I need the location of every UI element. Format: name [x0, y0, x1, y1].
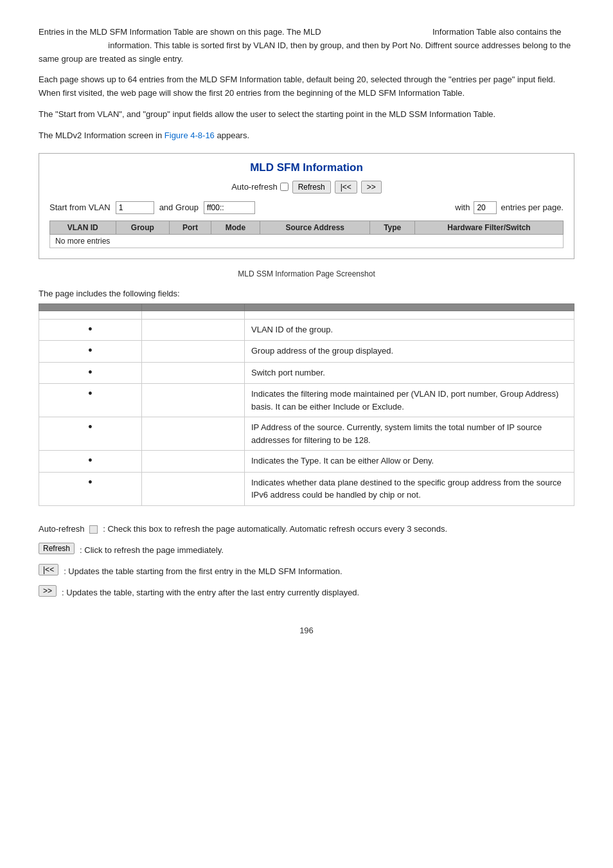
field-desc-cell: Indicates the filtering mode maintained …: [245, 384, 574, 417]
auto-refresh-checkbox[interactable]: [280, 183, 289, 191]
legend-section: Auto-refresh : Check this box to refresh…: [39, 521, 574, 600]
refresh-legend-btn[interactable]: Refresh: [39, 543, 75, 554]
page-number: 196: [39, 626, 574, 635]
intro-para4: The MLDv2 Information screen in Figure 4…: [39, 129, 574, 143]
table-row: • Indicates the filtering mode maintaine…: [39, 384, 574, 417]
fields-section: The page includes the following fields: …: [39, 289, 574, 506]
field-name-cell: [142, 451, 245, 473]
bullet-cell: •: [39, 451, 142, 473]
table-row: • Group address of the group displayed.: [39, 341, 574, 363]
next-legend-desc: : Updates the table, starting with the e…: [62, 585, 359, 600]
entries-per-page-label: entries per page.: [501, 203, 564, 212]
intro-section: Entries in the MLD SFM Information Table…: [39, 26, 574, 143]
fields-intro: The page includes the following fields:: [39, 289, 574, 298]
field-desc-cell: Switch port number.: [245, 362, 574, 384]
with-entries: with entries per page.: [455, 201, 564, 214]
legend-next: >> : Updates the table, starting with th…: [39, 585, 574, 600]
field-desc-cell: VLAN ID of the group.: [245, 319, 574, 341]
no-entries-row: No more entries: [50, 234, 564, 248]
fields-table: • VLAN ID of the group. • Group address …: [39, 303, 574, 506]
col-vlan-id: VLAN ID: [50, 221, 116, 234]
no-entries-cell: No more entries: [50, 234, 564, 248]
bullet-cell: •: [39, 417, 142, 451]
field-name-cell: [142, 362, 245, 384]
mld-sfm-box: MLD SFM Information Auto-refresh Refresh…: [39, 153, 574, 259]
legend-auto-refresh: Auto-refresh : Check this box to refresh…: [39, 521, 574, 536]
start-vlan-input[interactable]: [116, 201, 154, 214]
intro-para3: The "Start from VLAN", and "group" input…: [39, 108, 574, 122]
auto-refresh-demo-checkbox: [89, 525, 98, 534]
bullet-cell: [39, 311, 142, 319]
auto-refresh-legend-desc: : Check this box to refresh the page aut…: [103, 521, 447, 536]
auto-refresh-label: Auto-refresh: [231, 182, 289, 192]
auto-refresh-text: Auto-refresh: [231, 182, 278, 192]
col-description: [245, 303, 574, 311]
table-row: • Indicates the Type. It can be either A…: [39, 451, 574, 473]
figure-link[interactable]: Figure 4-8-16: [164, 131, 215, 140]
field-name-cell: [142, 311, 245, 319]
with-label: with: [455, 203, 470, 212]
legend-refresh: Refresh : Click to refresh the page imme…: [39, 543, 574, 557]
start-vlan-label: Start from VLAN: [49, 203, 111, 212]
table-row: • Switch port number.: [39, 362, 574, 384]
bullet-cell: •: [39, 362, 142, 384]
table-row: • Indicates whether data plane destined …: [39, 472, 574, 505]
table-row: • IP Address of the source. Currently, s…: [39, 417, 574, 451]
col-port: Port: [170, 221, 211, 234]
refresh-legend-desc: : Click to refresh the page immediately.: [80, 543, 224, 557]
field-name-cell: [142, 341, 245, 363]
mld-controls: Auto-refresh Refresh |<< >>: [49, 181, 564, 194]
bullet-cell: •: [39, 341, 142, 363]
mld-sfm-table: VLAN ID Group Port Mode Source Address T…: [49, 221, 564, 248]
table-row: [39, 311, 574, 319]
field-name-cell: [142, 417, 245, 451]
field-desc-cell: Indicates the Type. It can be either All…: [245, 451, 574, 473]
field-desc-cell: IP Address of the source. Currently, sys…: [245, 417, 574, 451]
mld-sfm-title: MLD SFM Information: [49, 161, 564, 174]
figure-caption: MLD SSM Information Page Screenshot: [39, 269, 574, 278]
field-name-cell: [142, 319, 245, 341]
mld-filter-row: Start from VLAN and Group with entries p…: [49, 201, 564, 214]
col-bullet: [39, 303, 142, 311]
bullet-cell: •: [39, 384, 142, 417]
col-type: Type: [370, 221, 415, 234]
next-legend-btn[interactable]: >>: [39, 585, 57, 597]
col-field-name: [142, 303, 245, 311]
field-desc-cell: [245, 311, 574, 319]
legend-prev: |<< : Updates the table starting from th…: [39, 564, 574, 579]
table-row: • VLAN ID of the group.: [39, 319, 574, 341]
col-group: Group: [116, 221, 170, 234]
col-hardware-filter: Hardware Filter/Switch: [415, 221, 564, 234]
bullet-cell: •: [39, 319, 142, 341]
prev-legend-desc: : Updates the table starting from the fi…: [64, 564, 342, 579]
intro-para1: Entries in the MLD SFM Information Table…: [39, 26, 574, 66]
group-input[interactable]: [204, 201, 255, 214]
field-desc-cell: Indicates whether data plane destined to…: [245, 472, 574, 505]
intro-para2: Each page shows up to 64 entries from th…: [39, 73, 574, 100]
refresh-button[interactable]: Refresh: [292, 181, 331, 194]
auto-refresh-legend-label: Auto-refresh: [39, 521, 98, 536]
col-source-address: Source Address: [260, 221, 370, 234]
bullet-cell: •: [39, 472, 142, 505]
field-name-cell: [142, 472, 245, 505]
field-name-cell: [142, 384, 245, 417]
prev-legend-btn[interactable]: |<<: [39, 564, 58, 575]
entries-input[interactable]: [474, 201, 497, 214]
next-button[interactable]: >>: [361, 181, 382, 194]
col-mode: Mode: [211, 221, 260, 234]
group-label: and Group: [159, 203, 199, 212]
prev-button[interactable]: |<<: [335, 181, 357, 194]
field-desc-cell: Group address of the group displayed.: [245, 341, 574, 363]
